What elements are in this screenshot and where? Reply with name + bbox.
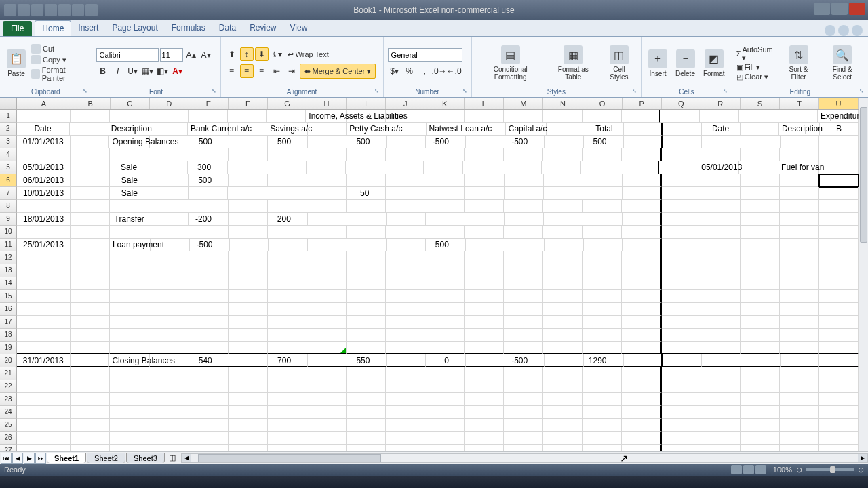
cell-H1[interactable]: Income, Assets & Liabilities [306,110,347,123]
cell-H19[interactable] [307,342,347,354]
cell-H2[interactable] [308,123,347,136]
row-header-4[interactable]: 4 [0,148,17,161]
cell-C12[interactable] [110,251,149,264]
cell-F10[interactable] [229,226,268,239]
row-header-17[interactable]: 17 [0,316,17,329]
cell-K11[interactable]: 500 [426,239,466,251]
cell-T10[interactable] [780,226,819,239]
maximize-button[interactable] [831,3,848,15]
cell-M21[interactable] [504,367,543,380]
cell-T2[interactable]: Description [779,123,820,136]
align-middle-button[interactable]: ↕ [240,47,254,61]
cell-I12[interactable] [347,251,386,264]
row-header-8[interactable]: 8 [0,200,17,213]
column-header-U[interactable]: U [819,98,859,109]
cell-S13[interactable] [741,264,780,277]
sheet-nav-last-icon[interactable]: ⏭ [35,453,46,464]
cell-U8[interactable] [819,200,859,213]
cell-U1[interactable]: Expenditure [818,110,859,123]
cell-F19[interactable] [229,342,268,354]
row-header-26[interactable]: 26 [0,432,17,445]
cell-C21[interactable] [110,367,149,380]
cell-Q19[interactable] [662,342,701,354]
cell-A10[interactable] [17,226,71,239]
cell-J15[interactable] [386,290,425,303]
cell-S9[interactable] [741,213,780,226]
cell-S23[interactable] [741,393,780,406]
cell-O2[interactable]: Total [585,123,624,136]
cell-N17[interactable] [543,316,583,329]
cell-P13[interactable] [622,264,661,277]
qat-item[interactable] [58,4,71,16]
cell-H13[interactable] [307,264,347,277]
cell-R20[interactable] [702,354,741,367]
cell-P5[interactable] [620,161,660,174]
cell-D24[interactable] [149,406,189,419]
cell-styles-button[interactable]: ◫Cell Styles [601,44,637,82]
column-header-N[interactable]: N [543,98,583,109]
cell-J12[interactable] [386,251,425,264]
cell-Q21[interactable] [662,367,701,380]
cell-E22[interactable] [189,380,229,393]
cell-A11[interactable]: 25/01/2013 [17,239,71,251]
format-as-table-button[interactable]: ▦Format as Table [548,44,599,82]
row-header-25[interactable]: 25 [0,419,17,432]
row-header-6[interactable]: 6 [0,174,17,187]
column-header-P[interactable]: P [623,98,662,109]
cell-C23[interactable] [110,393,149,406]
cell-S18[interactable] [741,329,780,342]
cell-R2[interactable]: Date [702,123,741,136]
cell-J25[interactable] [386,419,425,432]
cell-N22[interactable] [543,380,583,393]
cell-U12[interactable] [819,251,859,264]
autosum-button[interactable]: ΣAutoSum ▾ [736,45,776,62]
cell-K14[interactable] [425,277,465,290]
column-header-S[interactable]: S [741,98,780,109]
cell-A21[interactable] [17,367,71,380]
cell-G12[interactable] [268,251,307,264]
cell-J7[interactable] [386,187,425,200]
cell-K13[interactable] [425,264,465,277]
cell-D16[interactable] [149,303,189,316]
cell-J2[interactable] [387,123,426,136]
cell-D5[interactable] [149,161,189,174]
row-header-20[interactable]: 20 [0,354,17,367]
cell-F3[interactable] [229,136,269,148]
cell-J11[interactable] [387,239,426,251]
tab-home[interactable]: Home [35,20,71,36]
cell-A18[interactable] [17,329,71,342]
row-header-12[interactable]: 12 [0,251,17,264]
cell-J24[interactable] [386,406,425,419]
cell-A17[interactable] [17,316,71,329]
cell-M23[interactable] [504,393,543,406]
cell-F6[interactable] [229,174,268,187]
cell-G22[interactable] [268,380,307,393]
cell-I14[interactable] [347,277,386,290]
cell-J14[interactable] [386,277,425,290]
cell-M27[interactable] [504,445,543,451]
cell-G6[interactable] [268,174,307,187]
cell-H23[interactable] [307,393,347,406]
cell-O27[interactable] [583,445,622,451]
cell-K5[interactable] [424,161,463,174]
cell-E26[interactable] [189,432,229,445]
cell-U20[interactable] [819,354,859,367]
cell-B15[interactable] [71,290,110,303]
cell-O22[interactable] [583,380,622,393]
cell-F25[interactable] [229,419,268,432]
page-break-view-button[interactable] [755,465,766,474]
cell-L27[interactable] [465,445,504,451]
cell-E10[interactable] [189,226,229,239]
cell-H27[interactable] [307,445,347,451]
cell-G24[interactable] [268,406,307,419]
cell-O14[interactable] [583,277,622,290]
cell-A14[interactable] [17,277,71,290]
cell-Q3[interactable] [663,136,702,148]
cell-D1[interactable] [149,110,189,123]
cell-R23[interactable] [701,393,741,406]
cell-O15[interactable] [583,290,622,303]
cell-B13[interactable] [71,264,110,277]
cell-A19[interactable] [17,342,71,354]
cell-L17[interactable] [465,316,504,329]
cell-R1[interactable] [700,110,739,123]
